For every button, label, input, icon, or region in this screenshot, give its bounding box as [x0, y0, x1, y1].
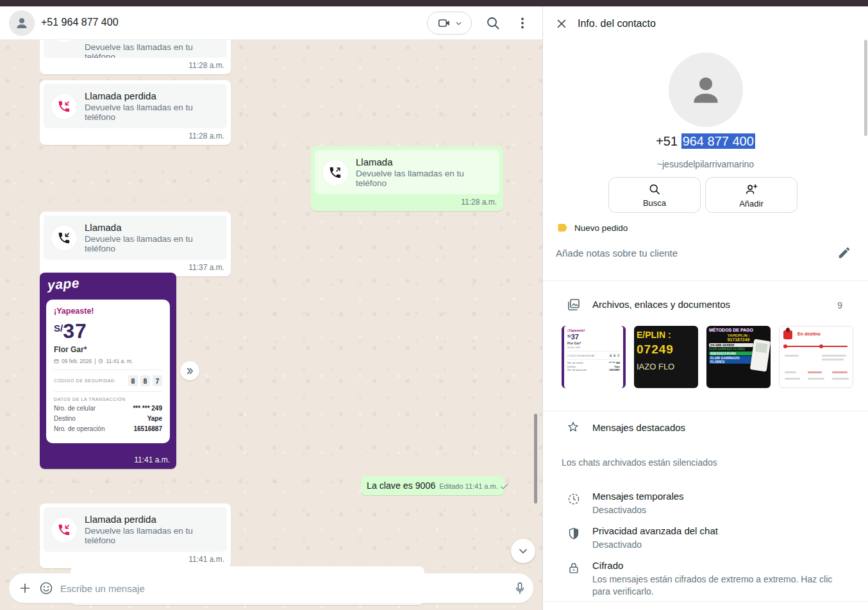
- receipt-amount: S/37: [54, 319, 162, 343]
- contact-phone[interactable]: +51 964 877 400: [543, 134, 868, 149]
- search-chat-button[interactable]: Busca: [608, 177, 701, 213]
- receipt-row: Nro. de celular*** *** 249: [54, 405, 162, 412]
- mic-icon[interactable]: [513, 581, 527, 595]
- divider: [543, 601, 868, 602]
- message-image-yape-receipt[interactable]: yape ¡Yapeaste! S/37 Flor Gar* 09 feb. 2…: [40, 273, 176, 469]
- client-notes-placeholder[interactable]: Añade notas sobre tu cliente: [556, 248, 678, 258]
- contact-avatar[interactable]: [9, 10, 35, 36]
- divider: [54, 369, 162, 370]
- person-add-icon: [744, 182, 758, 196]
- text-placeholder: [832, 378, 849, 380]
- text-placeholder: [785, 378, 800, 380]
- divider: [54, 391, 162, 392]
- shield-icon: [567, 527, 581, 543]
- call-title: Llamada perdida: [85, 90, 219, 101]
- thumb-text: FLOR GARRIAZO FLORES: [709, 356, 754, 364]
- add-button-label: Añadir: [739, 199, 764, 208]
- message-time: 11:37 a.m.: [44, 263, 224, 272]
- text-placeholder: [832, 371, 847, 373]
- receipt-row: Nro. de operación16516887: [54, 425, 162, 432]
- media-count: 9: [837, 300, 842, 310]
- archived-note: Los chats archivados están silenciados: [562, 457, 717, 468]
- message-time: 11:28 a.m.: [315, 198, 497, 207]
- add-contact-button[interactable]: Añadir: [705, 177, 797, 213]
- phone-prefix: +51: [656, 134, 681, 148]
- forward-icon: [185, 366, 196, 377]
- message-outgoing-call[interactable]: Llamada Devuelve las llamadas en tu telé…: [311, 146, 503, 211]
- thumb-text: 07249: [637, 343, 696, 357]
- phone-selected-text: 964 877 400: [681, 133, 755, 149]
- contact-alias: ~jesusdelpilarrivamarino: [543, 159, 868, 169]
- media-thumb-tracking[interactable]: En destino: [779, 326, 853, 388]
- thumb-text: 04-088-424806: [709, 343, 754, 347]
- media-thumb-yape-receipt[interactable]: ¡Yapeaste! S/37 Flor Gar* 09 feb. 2026 C…: [562, 326, 626, 388]
- media-links-docs-row[interactable]: Archivos, enlaces y documentos 9: [543, 297, 868, 319]
- chat-column: +51 964 877 400 Devuelve las llamadas en…: [0, 6, 542, 610]
- video-call-button[interactable]: [427, 12, 472, 35]
- edit-pencil-icon[interactable]: [837, 246, 851, 262]
- call-subtitle: Devuelve las llamadas en tu teléfono: [85, 234, 219, 253]
- composer: [0, 570, 542, 610]
- media-thumb-plin-banner[interactable]: E/PLIN : 07249 IAZO FLO: [634, 326, 698, 388]
- forward-button[interactable]: [180, 361, 199, 380]
- star-icon: [566, 420, 580, 437]
- media-thumb-metodos-pago[interactable]: MÉTODOS DE PAGO YAPE/PLIN : 917167249 04…: [706, 326, 771, 388]
- progress-dot: [783, 344, 787, 348]
- thumb-text: MÉTODOS DE PAGO: [709, 328, 768, 332]
- message-time: 11:41 a.m.: [44, 555, 224, 564]
- call-box: Llamada Devuelve las llamadas en tu telé…: [315, 150, 499, 194]
- missed-call-icon: [51, 517, 77, 543]
- chevron-down-icon: [455, 20, 462, 27]
- progress-bar: [785, 346, 847, 347]
- emoji-icon[interactable]: [38, 580, 54, 596]
- missed-call-icon: [51, 94, 77, 119]
- calendar-icon: [54, 359, 59, 364]
- call-icon-circle: [51, 40, 77, 42]
- menu-kebab-icon[interactable]: [515, 15, 530, 33]
- close-icon[interactable]: [555, 17, 568, 33]
- call-subtitle: Devuelve las llamadas en tu teléfono: [85, 526, 219, 545]
- chat-title[interactable]: +51 964 877 400: [41, 17, 119, 28]
- business-label-text: Nuevo pedido: [574, 223, 628, 233]
- receipt-row: DestinoYape: [54, 415, 162, 422]
- call-subtitle: Devuelve las llamadas en tu teléfono: [85, 42, 219, 58]
- text-placeholder: [785, 355, 799, 357]
- setting-subtitle: Desactivado: [592, 539, 846, 551]
- person-icon: [686, 70, 726, 110]
- text-placeholder: [785, 371, 796, 373]
- call-box: Devuelve las llamadas en tu teléfono: [44, 40, 227, 58]
- message-input[interactable]: [60, 583, 506, 594]
- business-label-nuevo-pedido[interactable]: Nuevo pedido: [557, 223, 628, 233]
- panel-scrollbar[interactable]: [864, 40, 867, 136]
- scroll-to-bottom-button[interactable]: [511, 539, 535, 563]
- message-meta: Editado 11:41 a.m.: [439, 482, 508, 491]
- contact-profile-avatar[interactable]: [669, 53, 743, 127]
- panel-title: Info. del contacto: [578, 18, 656, 30]
- divider: [543, 411, 868, 411]
- call-box: Llamada Devuelve las llamadas en tu telé…: [44, 216, 227, 260]
- chat-scrollbar[interactable]: [534, 414, 537, 504]
- text-placeholder: [808, 378, 824, 380]
- message-missed-call[interactable]: Llamada perdida Devuelve las llamadas en…: [40, 80, 231, 145]
- search-icon[interactable]: [485, 15, 501, 33]
- clock-icon: [98, 359, 103, 364]
- divider: [543, 280, 868, 281]
- thumb-text: 8983262245460: [709, 352, 754, 355]
- receipt-tx-label: DATOS DE LA TRANSACCIÓN: [54, 397, 162, 402]
- chat-message-list: Devuelve las llamadas en tu teléfono 11:…: [0, 40, 542, 610]
- message-incoming-call[interactable]: Llamada Devuelve las llamadas en tu telé…: [40, 212, 231, 276]
- message-text-outgoing[interactable]: La clave es 9006 Editado 11:41 a.m.: [361, 476, 505, 495]
- outgoing-call-icon: [322, 160, 348, 185]
- person-icon: [14, 15, 29, 31]
- media-row-label: Archivos, enlaces y documentos: [592, 299, 730, 310]
- message-call-partial[interactable]: Devuelve las llamadas en tu teléfono 11:…: [40, 40, 231, 74]
- call-box: Llamada perdida Devuelve las llamadas en…: [44, 84, 227, 128]
- yape-logo: yape: [47, 275, 79, 292]
- receipt-recipient: Flor Gar*: [54, 345, 162, 354]
- message-time: 11:41 a.m.: [465, 482, 498, 490]
- setting-title: Cifrado: [592, 560, 623, 571]
- starred-messages-row[interactable]: Mensajes destacados: [543, 420, 868, 442]
- attach-plus-icon[interactable]: [18, 581, 32, 595]
- message-time: 11:28 a.m.: [44, 131, 224, 140]
- message-missed-call[interactable]: Llamada perdida Devuelve las llamadas en…: [40, 504, 231, 568]
